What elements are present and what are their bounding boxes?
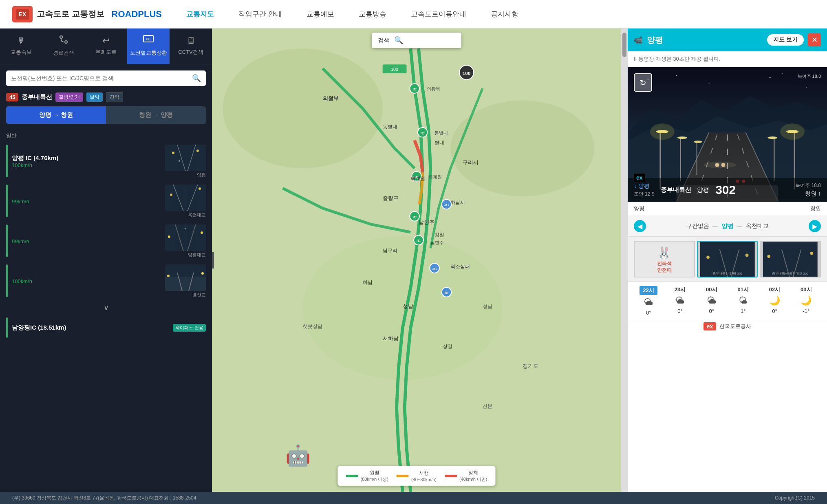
svg-point-103 (782, 73, 783, 74)
thumb-img (165, 264, 206, 291)
svg-point-10 (196, 150, 199, 152)
svg-point-101 (770, 77, 771, 78)
dir-btn-yangpyeong-to-changwon[interactable]: 양평 → 창원 (6, 106, 106, 124)
thumb-label: 양평 (197, 172, 206, 178)
tag-simple[interactable]: 간략 (106, 92, 123, 102)
route-thumbnail[interactable] (165, 264, 206, 291)
nav-next-button[interactable]: ▶ (809, 220, 821, 232)
route-thumbnail[interactable] (165, 224, 206, 251)
map-search-label: 검색 (378, 37, 390, 44)
map-search-button[interactable]: 🔍 (394, 36, 403, 45)
speed: 99km/h (12, 198, 161, 205)
thumb-area: 양평 (165, 145, 206, 178)
thumb-card-mascot[interactable]: 🐰 전좌석안전띠 (634, 241, 695, 277)
svg-point-2 (60, 36, 62, 38)
nav-item-notice[interactable]: 공지사항 (491, 9, 518, 19)
svg-point-108 (745, 254, 748, 257)
video-origin-info: ↓ 양평 조안 12.9 (634, 182, 655, 198)
weather-time-01: 01시 (737, 286, 748, 293)
video-speed-top-right: 북여주 18.8 (798, 73, 821, 79)
tab-detour[interactable]: ↩ 우회도로 (85, 29, 127, 64)
arrow-down-icon: ↓ (634, 183, 637, 189)
monitor-icon: 🖥 (186, 35, 195, 46)
svg-text:의왕북: 의왕북 (427, 86, 440, 91)
svg-rect-6 (165, 145, 206, 171)
weather-icon-00: 🌥 (707, 295, 716, 306)
svg-text:성남: 성남 (403, 303, 413, 309)
speed-bar (6, 185, 8, 217)
speed-bar (6, 264, 8, 297)
thumb-label: 옥천대교 (188, 212, 206, 218)
tab-traffic-news[interactable]: 🎙 교통속보 (0, 29, 42, 64)
svg-text:IC: IC (412, 87, 417, 91)
nav-section: 구간없음 (686, 222, 709, 230)
route-info: 99km/h (12, 198, 161, 205)
video-route-info: 중부내륙선 양평 (661, 186, 709, 194)
speed-bar (6, 145, 8, 177)
nav-item-work[interactable]: 작업구간 안내 (238, 9, 282, 19)
svg-text:구리시: 구리시 (463, 159, 479, 165)
thumb-card-road2[interactable]: 중부내륙선 옥천대교 300 (760, 241, 821, 277)
main-scrollbar[interactable] (621, 29, 627, 492)
dir-btn-changwon-to-yangpyeong[interactable]: 창원 → 양평 (106, 106, 206, 124)
tab-cctv[interactable]: 🖥 CCTV검색 (170, 29, 212, 64)
svg-text:IC: IC (417, 238, 421, 243)
nav-item-forecast[interactable]: 교통예보 (307, 9, 334, 19)
tag-weather[interactable]: 날씨 (86, 92, 103, 102)
nav-item-guide[interactable]: 고속도로이용안내 (411, 9, 466, 19)
cctv-map-button[interactable]: 지도 보기 (767, 34, 804, 46)
svg-rect-24 (165, 277, 206, 291)
svg-text:강일: 강일 (434, 232, 444, 237)
weather-item-03: 03시 🌙 -1° (792, 286, 821, 316)
map-svg: IC 의왕북 IC 동별내 IC 퇴계원 IC IC 남한주 의왕부 동별내 별… (212, 29, 621, 492)
cctv-title: 양평 (647, 35, 763, 46)
video-refresh-button[interactable]: ↻ (634, 73, 652, 92)
scrollbar-thumb[interactable] (622, 33, 626, 57)
thumb-area: 병산교 (165, 264, 206, 298)
legend-color-congested (445, 475, 457, 477)
section-label: 일반 (0, 130, 212, 141)
svg-point-99 (676, 75, 677, 76)
tag-ice-fog[interactable]: 결빙/안개 (55, 92, 83, 102)
map-area[interactable]: IC 의왕북 IC 동별내 IC 퇴계원 IC IC 남한주 의왕부 동별내 별… (212, 29, 621, 492)
collapse-arrow[interactable]: ‹ (212, 252, 214, 269)
cctv-camera-icon: 📹 (634, 35, 643, 44)
tab-route-status[interactable]: 00 노선별교통상황 (127, 29, 170, 64)
svg-text:성남: 성남 (483, 304, 492, 309)
cctv-close-button[interactable]: ✕ (808, 33, 821, 46)
weather-time-22: 22시 (640, 286, 657, 295)
svg-text:상일: 상일 (443, 343, 452, 349)
nav-item-broadcast[interactable]: 교통방송 (359, 9, 386, 19)
speed: 100km/h (12, 278, 161, 284)
svg-text:산본: 산본 (483, 403, 492, 409)
search-input[interactable] (11, 75, 189, 81)
svg-text:중랑구: 중랑구 (383, 195, 399, 201)
nav-prev-button[interactable]: ◀ (634, 220, 646, 232)
direction-right: 창원 (810, 205, 821, 212)
svg-text:서하남: 서하남 (383, 335, 399, 341)
svg-text:IC: IC (421, 131, 425, 135)
video-left-info: ↓ 양평 조안 12.9 중부내륙선 양평 302 (634, 182, 736, 198)
tab-cctv-label: CCTV검색 (178, 48, 203, 56)
svg-text:남한주: 남한주 (430, 240, 444, 245)
svg-text:챗봇상담: 챗봇상담 (303, 324, 322, 329)
speed: 99km/h (12, 238, 161, 244)
svg-rect-104 (700, 242, 755, 277)
svg-text:퇴계원: 퇴계원 (410, 176, 425, 181)
legend-slow: 서행(40~80km/h) (397, 470, 437, 482)
footer-address: (우) 39660 경상북도 김천시 혁신8로 77(율곡동, 한국도로공사) … (12, 495, 196, 502)
weather-item-02: 02시 🌙 0° (760, 286, 789, 316)
logo-text-en: ROADPLUS (112, 9, 162, 20)
nav-item-traffic-map[interactable]: 교통지도 (186, 9, 214, 19)
search-button[interactable]: 🔍 (192, 74, 201, 83)
tab-traffic-news-label: 교통속보 (11, 48, 32, 56)
tab-route-search[interactable]: 경로검색 (42, 29, 85, 64)
weather-temp-01: 1° (741, 308, 745, 314)
video-ex-logo: ex (634, 174, 645, 181)
route-thumbnail[interactable] (165, 185, 206, 211)
route-info: 99km/h (12, 238, 161, 244)
route-thumbnail[interactable] (165, 145, 206, 171)
thumb-card-road1[interactable]: 중부내륙선 양평 302 (697, 241, 758, 277)
ex-logo-text: ex (634, 174, 645, 182)
video-overlay: ↓ 양평 조안 12.9 중부내륙선 양평 302 (628, 178, 827, 202)
